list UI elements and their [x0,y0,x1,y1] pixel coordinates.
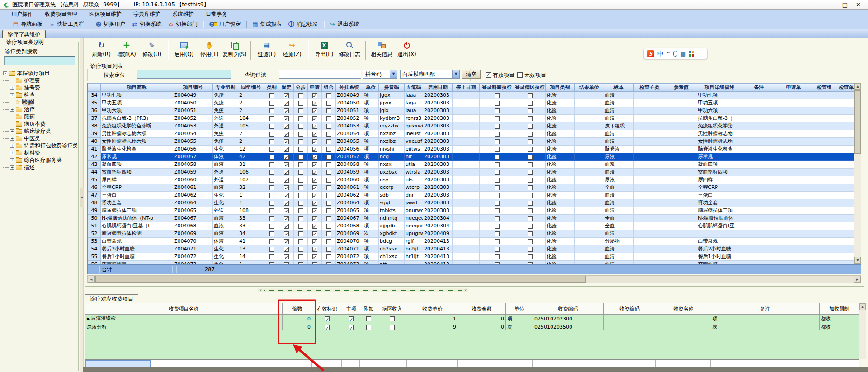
table-row[interactable]: 36甲功六项Z004051免疫2Z004051项jglxlaua20200303… [88,107,854,115]
cell-fixed[interactable] [279,130,294,138]
sidebar-item-本院诊疗项目[interactable]: -本院诊疗项目 [3,70,77,77]
cell-category[interactable] [264,161,279,169]
table-row[interactable]: 55餐后1小时血糖Z004072生化14Z004072项ch1xsxhr1ijt… [88,253,854,261]
expand-plus-icon[interactable]: + [10,137,14,141]
detail-column-header-multiple[interactable]: 倍数 [283,303,312,315]
column-header-check_group[interactable]: 检查组 [811,84,838,92]
cell-category[interactable] [264,115,279,122]
cell-apply[interactable] [308,130,322,138]
chevron-down-icon[interactable]: ▼ [452,70,459,78]
action-button[interactable]: 相关信息 [369,40,394,58]
cell-category[interactable] [264,184,279,192]
query-filter-input[interactable] [279,70,361,79]
cell-dept_exec[interactable] [480,261,514,264]
splitter-mini-scrollbar[interactable]: ∨ ∨ [258,288,468,292]
detail-column-header-ward_income[interactable]: 病区收入 [377,303,407,315]
cell-apply[interactable] [308,107,322,115]
cell-ward_exec[interactable] [514,184,546,192]
cell-fixed[interactable] [279,199,294,207]
column-header-apply[interactable]: 申请 [308,84,322,92]
expand-plus-icon[interactable]: + [10,108,14,112]
cell-combine[interactable] [322,176,336,184]
cell-fixed[interactable] [279,207,294,215]
table-row[interactable]: 49糖尿病抗体三项Z004065外送108Z004065项tnbktsonurw… [88,207,854,215]
ime-keyboard-icon[interactable]: ▤ [680,50,686,57]
tab-charge-items[interactable]: 诊疗对应收费项目 [85,294,138,303]
cell-ward_exec[interactable] [514,215,546,222]
cell-step[interactable] [294,153,308,161]
detail-column-header-name[interactable]: 收费项目名称 [85,303,283,315]
ime-toolbox-icon[interactable] [689,51,694,57]
cell-ward_exec[interactable] [514,238,546,245]
column-header-result_unit[interactable]: 结果单位 [575,84,604,92]
cell-category[interactable] [264,99,279,107]
action-button[interactable]: 停用(T) [197,40,222,58]
sidebar-item-挂号费[interactable]: +挂号费 [3,84,77,91]
detail-column-header-amount[interactable]: 收费金额 [458,303,506,315]
cell-apply[interactable] [308,222,322,230]
quickbar-button[interactable]: 快捷工具栏 [46,19,87,29]
sidebar-item-检查[interactable]: +检查 [3,91,77,99]
cell-dept_exec[interactable] [480,92,514,99]
column-header-check_form[interactable]: 检查单 [838,84,854,92]
cell-dept_exec[interactable] [480,146,514,153]
column-header-apply_form[interactable]: 申请单 [776,84,811,92]
cell-fixed[interactable] [279,192,294,199]
cell-apply[interactable] [308,161,322,169]
cell-dept_exec[interactable] [480,222,514,230]
collapse-arrow-icon[interactable]: ◂ [80,188,84,207]
quickbar-button[interactable]: 切换系统 [128,19,165,29]
table-row[interactable]: 46全程CRPZ004061血液32Z004061项qccrpwtcrp2020… [88,184,854,192]
scrollbar-thumb[interactable] [95,276,586,283]
sidebar-item-综合医疗服务类[interactable]: +综合医疗服务类 [3,156,77,164]
table-row[interactable]: 47三蛋白Z004062生化1Z004062项sdbdnr20200303化验血… [88,192,854,199]
cell-apply[interactable] [308,99,322,107]
match-mode-select[interactable]: 向后模糊匹配 ▼ [400,70,460,79]
table-row[interactable]: 52新冠病毒抗体检测Z004069血液34Z004069次xgbdktupugr… [88,230,854,238]
cell-ward_exec[interactable] [514,261,546,264]
cell-ward_exec[interactable] [514,192,546,199]
sidebar-item-检验[interactable]: ☞检验 [3,99,77,106]
cell-dept_exec[interactable] [480,138,514,146]
cell-dept_exec[interactable] [480,238,514,245]
cell-combine[interactable] [322,253,336,261]
cell-apply[interactable] [308,192,322,199]
cell-ward_exec[interactable] [514,245,546,253]
detail-column-header-valid[interactable]: 有效标识 [312,303,342,315]
cell-ward_exec[interactable] [514,107,546,115]
cell-category[interactable] [264,245,279,253]
cell-ward_exec[interactable] [514,176,546,184]
cell-category[interactable] [264,192,279,199]
cell-step[interactable] [294,222,308,230]
cell-fixed[interactable] [279,238,294,245]
cell-fixed[interactable] [279,122,294,130]
cell-fixed[interactable] [279,245,294,253]
quickbar-button[interactable]: 用户锁定 [206,19,244,29]
cell-fixed[interactable] [279,261,294,264]
chevron-down-icon[interactable]: ▼ [390,70,397,78]
cell-combine[interactable] [322,222,336,230]
cell-step[interactable] [294,130,308,138]
detail-cell-ward_income[interactable] [377,323,407,331]
scroll-up-icon[interactable]: ▲ [854,83,861,90]
ime-mic-icon[interactable] [673,51,677,57]
action-button[interactable]: 增加(A) [114,40,139,58]
cell-ward_exec[interactable] [514,138,546,146]
expand-plus-icon[interactable]: + [10,144,14,148]
cell-fixed[interactable] [279,146,294,153]
cell-category[interactable] [264,253,279,261]
cell-step[interactable] [294,215,308,222]
cell-combine[interactable] [322,184,336,192]
cell-step[interactable] [294,192,308,199]
cell-dept_exec[interactable] [480,107,514,115]
table-row[interactable]: 51心肌肌钙蛋白I亚基（IZ004068血液33Z004068项xjjgdbne… [88,222,854,230]
cell-dept_exec[interactable] [480,184,514,192]
cell-dept_exec[interactable] [480,99,514,107]
charge-item-row[interactable]: ▶尿沉渣镜检010项025010202300项都收 [85,315,859,323]
column-header-group_no[interactable]: 同组编号 [238,84,264,92]
menu-item-4[interactable]: 系统维护 [166,10,200,19]
cell-apply[interactable] [308,261,322,264]
search-locate-input[interactable] [137,70,231,79]
column-header-note[interactable]: 备注 [742,84,776,92]
cell-combine[interactable] [322,107,336,115]
